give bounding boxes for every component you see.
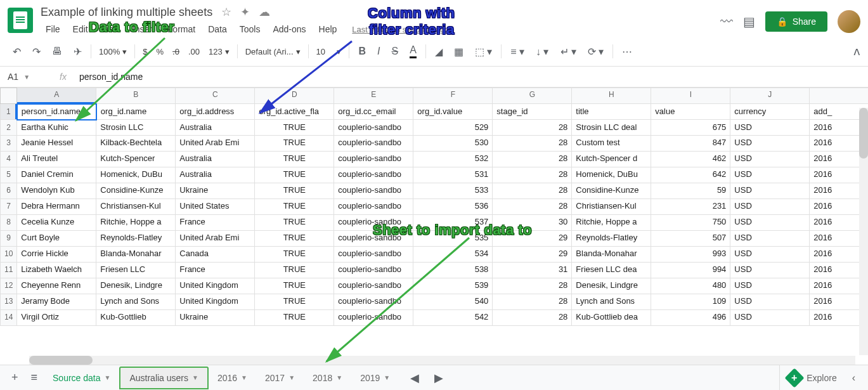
cell[interactable]: Kub-Gottlieb dea — [572, 310, 651, 326]
cell[interactable]: USD — [730, 215, 810, 231]
col-header-C[interactable]: C — [176, 88, 255, 104]
cell[interactable]: couplerio-sandbo — [334, 152, 413, 167]
col-header-B[interactable]: B — [96, 88, 176, 104]
row-header[interactable]: 9 — [1, 231, 17, 247]
cell[interactable]: 535 — [413, 231, 493, 247]
cell[interactable]: Blanda-Monahar — [572, 247, 651, 263]
row-header[interactable]: 7 — [1, 199, 17, 215]
cell[interactable]: value — [651, 104, 730, 120]
cell[interactable]: currency — [730, 104, 810, 120]
cell[interactable]: Friesen LLC dea — [572, 263, 651, 278]
tab-scroll-right-button[interactable]: ▶ — [428, 366, 450, 390]
text-rotate-button[interactable]: ⟳ ▾ — [583, 42, 609, 62]
cell[interactable]: Ritchie, Hoppe a — [572, 215, 651, 231]
activity-icon[interactable]: 〰 — [720, 15, 733, 29]
cell[interactable]: Considine-Kunze — [572, 183, 651, 199]
cell[interactable]: USD — [730, 136, 810, 152]
cell[interactable]: 534 — [413, 247, 493, 263]
cell[interactable]: Eartha Kuhic — [17, 120, 96, 136]
col-header-F[interactable]: F — [413, 88, 493, 104]
italic-button[interactable]: I — [372, 42, 385, 61]
share-button[interactable]: 🔒 Share — [765, 11, 827, 32]
cell[interactable]: 532 — [413, 152, 493, 167]
explore-button[interactable]: Explore ‹ — [779, 365, 863, 390]
cell[interactable]: 28 — [493, 310, 572, 326]
side-panel-toggle[interactable]: ‹ — [852, 372, 855, 384]
cell[interactable]: 533 — [413, 183, 493, 199]
col-header-I[interactable]: I — [651, 88, 730, 104]
percent-button[interactable]: % — [152, 44, 167, 59]
cell[interactable]: USD — [730, 263, 810, 278]
cell[interactable]: Homenick, DuBu — [572, 167, 651, 183]
formula-input[interactable] — [77, 69, 863, 84]
row-header[interactable]: 2 — [1, 120, 17, 136]
cell[interactable]: Friesen LLC — [96, 263, 176, 278]
cell[interactable]: United States — [176, 199, 255, 215]
col-header-extra[interactable] — [810, 88, 868, 104]
cell[interactable]: couplerio-sandbo — [334, 215, 413, 231]
tab-menu-icon[interactable]: ▼ — [105, 374, 111, 381]
cell[interactable]: TRUE — [255, 263, 334, 278]
menu-edit[interactable]: Edit — [68, 22, 93, 37]
cell[interactable]: France — [176, 263, 255, 278]
cell[interactable]: 28 — [493, 120, 572, 136]
cell[interactable]: 30 — [493, 215, 572, 231]
cell[interactable]: couplerio-sandbo — [334, 263, 413, 278]
cell[interactable]: 28 — [493, 278, 572, 294]
font-dropdown[interactable]: Default (Ari... ▾ — [242, 44, 304, 59]
cell[interactable]: person_id.name — [17, 104, 96, 120]
cell[interactable]: United Kingdom — [176, 294, 255, 310]
sheets-logo-icon[interactable] — [8, 8, 33, 33]
cell[interactable]: USD — [730, 310, 810, 326]
tab-menu-icon[interactable]: ▼ — [336, 374, 342, 381]
cell[interactable]: USD — [730, 231, 810, 247]
cell[interactable]: 109 — [651, 294, 730, 310]
cell[interactable]: Lynch and Sons — [96, 294, 176, 310]
row-header[interactable]: 12 — [1, 278, 17, 294]
col-header-E[interactable]: E — [334, 88, 413, 104]
cell[interactable]: France — [176, 215, 255, 231]
cell[interactable]: USD — [730, 199, 810, 215]
document-title[interactable]: Example of linking multiple sheets — [41, 6, 212, 19]
tab-scroll-left-button[interactable]: ◀ — [404, 366, 425, 390]
cell[interactable]: Christiansen-Kul — [96, 199, 176, 215]
add-sheet-button[interactable]: + — [5, 366, 25, 389]
cell[interactable]: Kilback-Bechtela — [96, 136, 176, 152]
cell[interactable]: Kutch-Spencer — [96, 152, 176, 167]
cell[interactable]: Considine-Kunze — [96, 183, 176, 199]
horizontal-scrollbar[interactable] — [29, 356, 855, 365]
cell[interactable]: 28 — [493, 183, 572, 199]
cell[interactable]: Ali Treutel — [17, 152, 96, 167]
cell[interactable]: org_id.cc_email — [334, 104, 413, 120]
cell[interactable]: Blanda-Monahar — [96, 247, 176, 263]
col-header-J[interactable]: J — [730, 88, 810, 104]
row-header[interactable]: 6 — [1, 183, 17, 199]
col-header-A[interactable]: A — [17, 88, 96, 104]
cell[interactable]: title — [572, 104, 651, 120]
comments-icon[interactable]: ▤ — [743, 14, 755, 29]
strikethrough-button[interactable]: S — [386, 42, 403, 61]
cell[interactable]: Ritchie, Hoppe a — [96, 215, 176, 231]
vertical-align-button[interactable]: ↓ ▾ — [531, 42, 554, 62]
cell[interactable]: USD — [730, 120, 810, 136]
cell[interactable]: Lynch and Sons — [572, 294, 651, 310]
cell[interactable]: TRUE — [255, 167, 334, 183]
cell[interactable]: 29 — [493, 231, 572, 247]
cell[interactable]: Christiansen-Kul — [572, 199, 651, 215]
cell[interactable]: TRUE — [255, 247, 334, 263]
text-wrap-button[interactable]: ↵ ▾ — [555, 42, 581, 62]
menu-insert[interactable]: Insert — [127, 22, 160, 37]
menu-add-ons[interactable]: Add-ons — [268, 22, 311, 37]
cell[interactable]: United Arab Emi — [176, 231, 255, 247]
cell[interactable]: Curt Boyle — [17, 231, 96, 247]
tab-menu-icon[interactable]: ▼ — [241, 374, 247, 381]
avatar[interactable] — [838, 10, 860, 33]
row-header[interactable]: 4 — [1, 152, 17, 167]
sheet-tab-australia-users[interactable]: Australia users▼ — [119, 367, 209, 389]
cell[interactable]: TRUE — [255, 152, 334, 167]
cell[interactable]: org_id.active_fla — [255, 104, 334, 120]
cell[interactable]: Virgil Ortiz — [17, 310, 96, 326]
cell[interactable]: 642 — [651, 167, 730, 183]
cell[interactable]: 28 — [493, 136, 572, 152]
cell[interactable]: 530 — [413, 136, 493, 152]
